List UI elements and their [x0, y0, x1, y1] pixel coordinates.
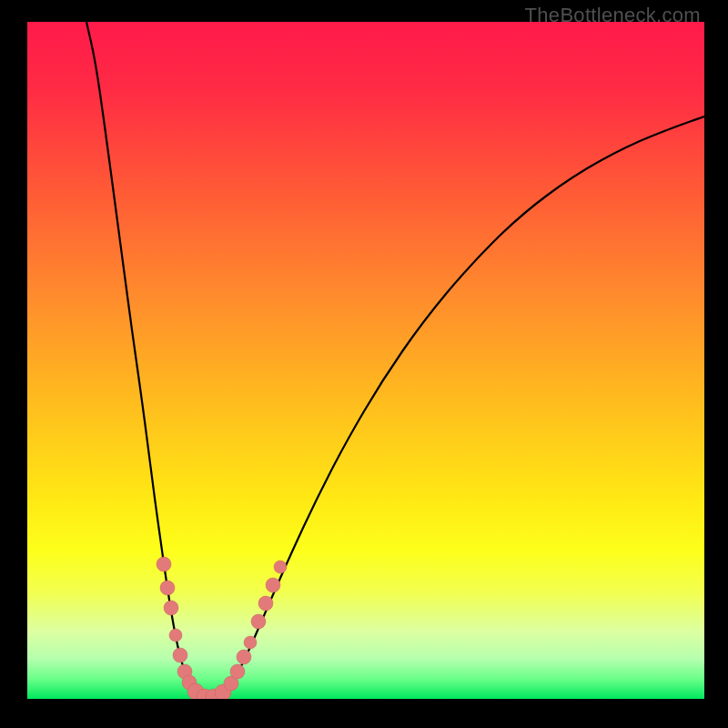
data-point — [258, 596, 273, 611]
data-point — [157, 557, 171, 571]
data-point — [244, 636, 257, 649]
gradient-background — [27, 22, 704, 699]
data-point — [251, 614, 266, 629]
data-point — [160, 581, 175, 595]
data-point — [169, 629, 182, 642]
data-point — [237, 650, 251, 664]
data-point — [173, 648, 187, 662]
data-point — [230, 664, 245, 679]
data-point — [266, 578, 280, 592]
plot-area — [27, 22, 704, 699]
chart-frame: TheBottleneck.com — [0, 0, 728, 728]
data-point — [274, 561, 287, 573]
data-point — [164, 601, 178, 615]
chart-svg — [27, 22, 704, 699]
